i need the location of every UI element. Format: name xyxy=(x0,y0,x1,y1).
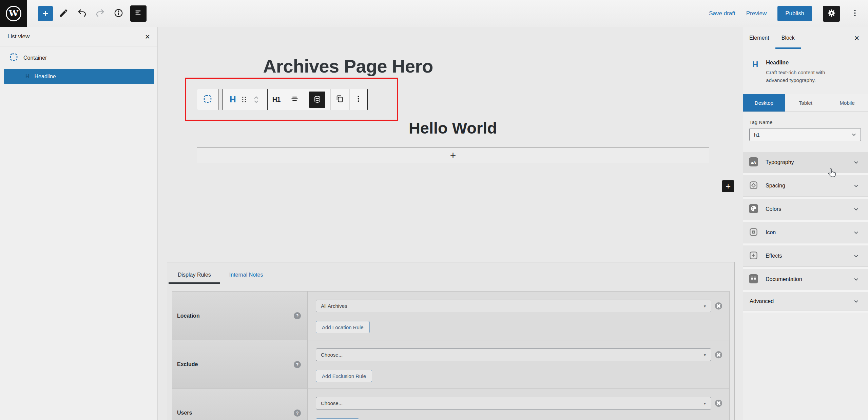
clear-rule-icon[interactable] xyxy=(714,351,723,359)
chevron-down-icon xyxy=(852,298,860,305)
select-value: Choose... xyxy=(321,400,343,406)
panel-colors[interactable]: Colors xyxy=(743,199,868,220)
align-center-icon xyxy=(290,94,299,105)
help-icon[interactable]: ? xyxy=(294,409,301,417)
dynamic-data-button[interactable] xyxy=(304,89,330,110)
list-view-close-icon[interactable]: × xyxy=(145,33,150,41)
redo-icon xyxy=(95,8,105,20)
kebab-menu-icon xyxy=(851,9,859,19)
display-rules-tabbar: Display Rules Internal Notes xyxy=(167,262,734,284)
tab-display-rules[interactable]: Display Rules xyxy=(169,267,220,284)
settings-toggle-button[interactable] xyxy=(823,6,840,22)
select-value: Choose... xyxy=(321,352,343,358)
block-toolbar-main-group: H H1 xyxy=(223,89,368,110)
publish-button[interactable]: Publish xyxy=(777,6,812,21)
sidebar-close-icon[interactable]: × xyxy=(854,27,859,49)
select-parent-container-button[interactable] xyxy=(197,89,218,110)
panel-effects[interactable]: Effects xyxy=(743,245,868,266)
list-view-item-container[interactable]: Container xyxy=(0,46,157,66)
clear-rule-icon[interactable] xyxy=(714,302,723,310)
block-options-button[interactable] xyxy=(349,89,367,110)
block-appender-button[interactable]: + xyxy=(197,147,709,163)
block-inserter-button[interactable]: + xyxy=(38,6,53,21)
list-view-toggle-button[interactable] xyxy=(130,5,147,22)
redo-button[interactable] xyxy=(92,6,108,21)
rule-label: Location xyxy=(177,313,200,319)
list-view-item-headline[interactable]: H Headline xyxy=(4,69,154,84)
headline-block-icon: H xyxy=(228,94,238,105)
add-user-rule-button[interactable] xyxy=(316,418,359,420)
location-select[interactable]: All Archives ▼ xyxy=(316,300,711,312)
settings-sidebar: Element Block × H Headline Craft text-ri… xyxy=(743,27,868,420)
list-view-item-label: Headline xyxy=(35,74,56,80)
save-draft-button[interactable]: Save draft xyxy=(709,10,735,17)
panel-label: Advanced xyxy=(750,298,774,304)
options-menu-button[interactable] xyxy=(851,9,859,19)
drag-handle[interactable] xyxy=(238,95,250,104)
panel-spacing[interactable]: Spacing xyxy=(743,175,868,196)
list-view-panel: List view × Container H Headline xyxy=(0,27,158,420)
heading-level-button[interactable]: H1 xyxy=(267,89,285,110)
tab-element[interactable]: Element xyxy=(743,27,775,49)
device-tabbar: Desktop Tablet Mobile xyxy=(743,94,868,112)
block-card-title: Headline xyxy=(766,60,846,66)
add-exclusion-rule-button[interactable]: Add Exclusion Rule xyxy=(316,370,372,382)
chevron-down-icon xyxy=(852,252,860,260)
headline-block-text[interactable]: Hello World xyxy=(409,119,497,137)
rule-label: Exclude xyxy=(177,361,198,367)
tag-name-select[interactable]: h1 xyxy=(749,128,861,141)
rule-label: Users xyxy=(177,410,192,416)
caret-down-icon: ▼ xyxy=(703,304,707,308)
h1-level-icon: H1 xyxy=(272,96,281,103)
sidebar-panels: aA Typography Spacing xyxy=(743,152,868,313)
display-rules-table: Location ? All Archives ▼ Add Location R… xyxy=(172,291,730,420)
panel-advanced[interactable]: Advanced xyxy=(743,292,868,310)
list-view-title: List view xyxy=(7,33,30,40)
block-toolbar: H H1 xyxy=(197,89,368,110)
text-align-button[interactable] xyxy=(285,89,304,110)
duplicate-button[interactable] xyxy=(330,89,349,110)
clear-rule-icon[interactable] xyxy=(714,399,723,407)
caret-down-icon: ▼ xyxy=(703,401,707,405)
help-icon[interactable]: ? xyxy=(294,312,301,319)
help-icon[interactable]: ? xyxy=(294,361,301,368)
tab-desktop[interactable]: Desktop xyxy=(743,94,785,112)
details-button[interactable] xyxy=(111,6,126,21)
floating-inserter-button[interactable]: + xyxy=(722,180,734,192)
panel-icon[interactable]: i Icon xyxy=(743,222,868,243)
block-mover-buttons[interactable] xyxy=(250,95,263,105)
panel-label: Typography xyxy=(766,159,794,165)
tab-internal-notes[interactable]: Internal Notes xyxy=(220,267,272,284)
panel-label: Effects xyxy=(766,253,782,259)
tag-name-value: h1 xyxy=(754,132,760,138)
post-title[interactable]: Archives Page Hero xyxy=(263,56,433,77)
effects-icon xyxy=(749,251,758,261)
wordpress-logo[interactable]: W xyxy=(0,0,27,27)
tab-mobile[interactable]: Mobile xyxy=(826,94,868,112)
tab-block[interactable]: Block xyxy=(775,27,801,49)
rule-row-users: Users ? Choose... ▼ xyxy=(172,388,729,420)
panel-typography[interactable]: aA Typography xyxy=(743,152,868,173)
preview-button[interactable]: Preview xyxy=(746,10,767,17)
tools-pencil-button[interactable] xyxy=(56,6,71,21)
panel-label: Documentation xyxy=(766,276,802,282)
chevron-down-icon xyxy=(850,131,857,138)
exclude-select[interactable]: Choose... ▼ xyxy=(316,348,711,361)
editor-top-bar: W + xyxy=(0,0,868,27)
users-select[interactable]: Choose... ▼ xyxy=(316,397,711,409)
copy-icon xyxy=(335,94,344,105)
chevron-down-icon xyxy=(852,276,860,283)
chevron-down-icon xyxy=(852,229,860,236)
rule-row-exclude: Exclude ? Choose... ▼ Add Exclusion Rule xyxy=(172,340,729,388)
panel-documentation[interactable]: Documentation xyxy=(743,269,868,290)
undo-button[interactable] xyxy=(74,6,90,21)
panel-label: Colors xyxy=(766,206,781,212)
chevron-down-icon xyxy=(852,159,860,166)
spacing-icon xyxy=(749,181,758,191)
block-card-description: Craft text-rich content with advanced ty… xyxy=(766,69,846,84)
chevron-down-icon xyxy=(852,205,860,213)
wordpress-w-icon: W xyxy=(6,6,21,21)
add-location-rule-button[interactable]: Add Location Rule xyxy=(316,321,370,333)
tab-tablet[interactable]: Tablet xyxy=(785,94,827,112)
pencil-icon xyxy=(59,8,69,19)
